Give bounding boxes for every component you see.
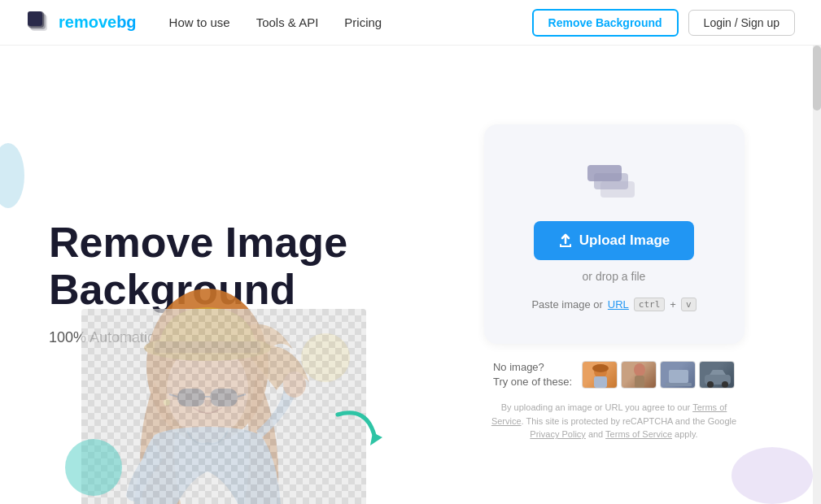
right-section: Upload Image or drop a file Paste image …	[456, 124, 772, 441]
sample-thumbs	[582, 361, 735, 389]
logo-text: removebg	[59, 13, 137, 32]
upload-icon-area	[586, 157, 643, 205]
decorative-blob-blue	[0, 143, 24, 208]
navbar: removebg How to use Tools & API Pricing …	[0, 0, 821, 46]
svg-point-29	[722, 381, 728, 388]
svg-rect-24	[635, 376, 644, 388]
sample-thumb-2[interactable]	[621, 361, 657, 389]
nav-link-how-to-use[interactable]: How to use	[169, 15, 230, 29]
svg-rect-22	[594, 376, 607, 388]
svg-rect-25	[669, 370, 688, 383]
terms-of-service-link-2[interactable]: Terms of Service	[605, 429, 672, 439]
svg-point-28	[707, 381, 714, 388]
paste-row: Paste image or URL ctrl + v	[531, 298, 696, 311]
svg-rect-26	[666, 383, 692, 386]
paste-prefix: Paste image or	[531, 298, 602, 311]
arrow-icon	[325, 398, 391, 463]
login-signup-button[interactable]: Login / Sign up	[688, 10, 795, 36]
svg-point-23	[634, 363, 645, 376]
upload-image-button[interactable]: Upload Image	[534, 221, 694, 260]
stack-icon	[586, 157, 643, 202]
checkerboard-background	[81, 309, 366, 504]
sample-thumb-4[interactable]	[699, 361, 735, 389]
nav-link-tools-api[interactable]: Tools & API	[256, 15, 319, 29]
nav-links: How to use Tools & API Pricing	[169, 15, 532, 29]
decorative-blob-teal	[65, 439, 122, 496]
sample-images-row: No image? Try one of these:	[493, 360, 735, 389]
logo-icon	[26, 10, 52, 36]
svg-rect-19	[587, 165, 622, 181]
left-section: Remove Image Background 100% Automatical…	[49, 219, 407, 345]
sample-thumb-1[interactable]	[582, 361, 618, 389]
drop-file-text: or drop a file	[583, 270, 646, 283]
footer-text: By uploading an image or URL you agree t…	[484, 401, 745, 441]
svg-rect-3	[28, 11, 42, 26]
remove-background-button[interactable]: Remove Background	[532, 9, 679, 37]
scrollbar[interactable]	[813, 46, 821, 504]
upload-card: Upload Image or drop a file Paste image …	[484, 124, 745, 344]
nav-actions: Remove Background Login / Sign up	[532, 9, 795, 37]
plus-sign: +	[670, 298, 676, 311]
hero-image-container	[81, 285, 399, 504]
logo[interactable]: removebg	[26, 10, 137, 36]
svg-point-21	[592, 364, 609, 372]
v-key: v	[681, 298, 697, 311]
upload-arrow-icon	[558, 233, 573, 248]
scrollbar-thumb[interactable]	[813, 46, 821, 111]
nav-link-pricing[interactable]: Pricing	[344, 15, 382, 29]
main-content: Remove Image Background 100% Automatical…	[0, 46, 821, 504]
sample-thumb-3[interactable]	[660, 361, 696, 389]
privacy-policy-link[interactable]: Privacy Policy	[530, 429, 585, 439]
ctrl-key: ctrl	[634, 298, 666, 311]
decorative-blob-purple	[731, 447, 813, 504]
paste-url-link[interactable]: URL	[608, 298, 629, 311]
sample-label: No image? Try one of these:	[493, 360, 572, 389]
